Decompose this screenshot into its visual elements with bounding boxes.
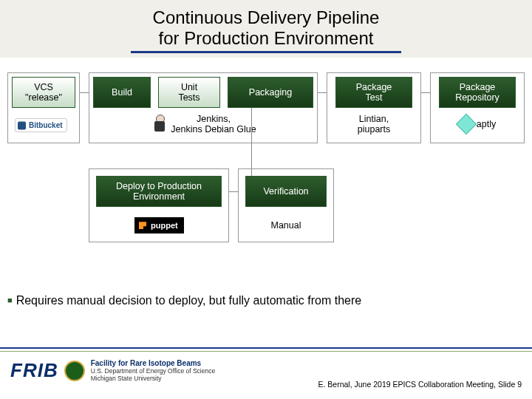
frib-mark: FRIB	[10, 359, 58, 382]
bullet-marker: ■	[7, 296, 13, 304]
aptly-label: aptly	[439, 117, 516, 132]
stage-verify: Verification	[245, 176, 327, 207]
connector	[318, 92, 327, 93]
connector	[80, 92, 89, 93]
pipeline-diagram: VCS "release" Build Unit Tests Packaging…	[7, 72, 525, 287]
title-line1: Continuous Delivery Pipeline	[153, 7, 380, 27]
stage-build: Build	[93, 77, 151, 108]
manual-label: Manual	[245, 220, 327, 231]
footer-accent-line	[0, 351, 532, 352]
lintian-label: Lintian, piuparts	[335, 114, 412, 134]
connector	[229, 191, 238, 192]
dept-name: U.S. Department of Energy Office of Scie…	[91, 367, 216, 375]
doe-seal-icon	[64, 361, 85, 381]
aptly-icon	[456, 114, 477, 134]
stage-packaging: Packaging	[228, 77, 313, 108]
aptly-text: aptly	[477, 119, 496, 129]
jenkins-text: Jenkins, Jenkins Debian Glue	[171, 114, 256, 134]
connector-vert	[251, 108, 252, 176]
stage-unit-tests: Unit Tests	[158, 77, 220, 108]
jenkins-label: Jenkins, Jenkins Debian Glue	[93, 114, 315, 134]
title-line2: for Production Environment	[159, 28, 374, 48]
stage-package-repo: Package Repository	[439, 77, 516, 108]
slide-info: E. Bernal, June 2019 EPICS Collaboration…	[318, 380, 522, 389]
frib-subtext: Facility for Rare Isotope Beams U.S. Dep…	[91, 359, 216, 382]
connector	[421, 92, 430, 93]
stage-vcs: VCS "release"	[12, 77, 75, 108]
frib-logo: FRIB Facility for Rare Isotope Beams U.S…	[10, 359, 215, 382]
slide-footer: FRIB Facility for Rare Isotope Beams U.S…	[0, 347, 532, 399]
bitbucket-badge: Bitbucket	[15, 118, 67, 132]
slide-title: Continuous Delivery Pipeline for Product…	[0, 0, 532, 58]
puppet-badge: puppet	[134, 217, 184, 233]
stage-deploy: Deploy to Production Environment	[96, 176, 222, 207]
univ-name: Michigan State University	[91, 375, 162, 382]
bullet-content: Requires manual decision to deploy, but …	[16, 294, 362, 307]
jenkins-icon	[151, 115, 168, 134]
bullet-text: ■Requires manual decision to deploy, but…	[7, 294, 361, 307]
facility-name: Facility for Rare Isotope Beams	[91, 359, 202, 367]
stage-package-test: Package Test	[335, 77, 412, 108]
